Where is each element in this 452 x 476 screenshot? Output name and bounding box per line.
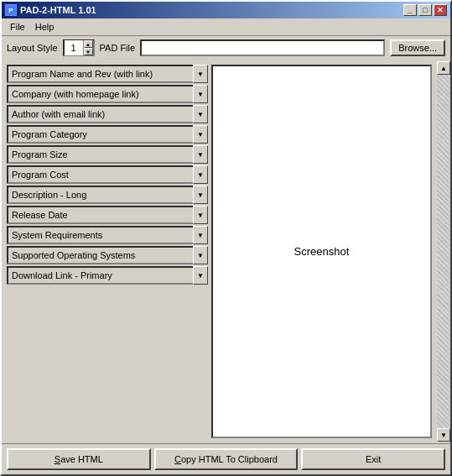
toolbar: Layout Style 1 ▲ ▼ PAD File Browse... bbox=[2, 36, 450, 60]
dropdown-row-2: Author (with email link) ▼ bbox=[7, 105, 208, 123]
dropdown-program-name[interactable]: Program Name and Rev (with link) bbox=[7, 65, 208, 83]
save-html-button[interactable]: Save HTML bbox=[7, 448, 151, 470]
dropdown-row-0: Program Name and Rev (with link) ▼ bbox=[7, 65, 208, 83]
dropdown-row-6: Description - Long ▼ bbox=[7, 186, 208, 204]
dropdown-release-date[interactable]: Release Date bbox=[7, 206, 208, 224]
layout-style-spinner[interactable]: 1 ▲ ▼ bbox=[63, 39, 95, 56]
browse-button[interactable]: Browse... bbox=[390, 39, 445, 56]
dropdown-wrapper-3: Program Category ▼ bbox=[7, 125, 208, 144]
main-content: Program Name and Rev (with link) ▼ Compa… bbox=[2, 61, 437, 442]
title-bar-controls: _ □ ✕ bbox=[403, 4, 447, 16]
dropdown-wrapper-2: Author (with email link) ▼ bbox=[7, 105, 208, 123]
close-button[interactable]: ✕ bbox=[434, 4, 447, 16]
dropdown-wrapper-6: Description - Long ▼ bbox=[7, 186, 208, 204]
dropdown-row-7: Release Date ▼ bbox=[7, 206, 208, 224]
dropdown-wrapper-4: Program Size ▼ bbox=[7, 145, 208, 164]
dropdown-company[interactable]: Company (with homepage link) bbox=[7, 85, 208, 103]
dropdown-download-link[interactable]: Download Link - Primary bbox=[7, 266, 208, 285]
dropdown-wrapper-7: Release Date ▼ bbox=[7, 206, 208, 224]
dropdown-system-requirements[interactable]: System Requirements bbox=[7, 226, 208, 244]
dropdown-author[interactable]: Author (with email link) bbox=[7, 105, 208, 123]
dropdown-size[interactable]: Program Size bbox=[7, 145, 208, 164]
title-bar-left: P PAD-2-HTML 1.01 bbox=[5, 4, 96, 16]
layout-style-input[interactable]: 1 bbox=[65, 40, 83, 55]
dropdown-wrapper-10: Download Link - Primary ▼ bbox=[7, 266, 208, 285]
scroll-track[interactable] bbox=[437, 75, 450, 428]
right-panel: Screenshot bbox=[211, 65, 432, 438]
title-bar: P PAD-2-HTML 1.01 _ □ ✕ bbox=[2, 2, 450, 18]
layout-style-label: Layout Style bbox=[7, 43, 58, 53]
app-icon: P bbox=[5, 4, 17, 16]
copy-html-label: Copy HTML To Clipboard bbox=[174, 454, 278, 464]
spinner-up-button[interactable]: ▲ bbox=[84, 40, 93, 48]
dropdown-row-8: System Requirements ▼ bbox=[7, 226, 208, 244]
copy-html-button[interactable]: Copy HTML To Clipboard bbox=[154, 448, 299, 470]
main-window: P PAD-2-HTML 1.01 _ □ ✕ File Help Layout… bbox=[0, 0, 452, 476]
save-html-label: Save HTML bbox=[55, 454, 103, 464]
menu-bar: File Help bbox=[2, 18, 450, 36]
screenshot-label: Screenshot bbox=[294, 245, 350, 258]
dropdown-wrapper-1: Company (with homepage link) ▼ bbox=[7, 85, 208, 103]
dropdown-row-9: Supported Operating Systems ▼ bbox=[7, 246, 208, 264]
scrollbar: ▲ ▼ bbox=[437, 61, 450, 442]
dropdown-row-1: Company (with homepage link) ▼ bbox=[7, 85, 208, 103]
dropdown-wrapper-5: Program Cost ▼ bbox=[7, 165, 208, 184]
dropdown-wrapper-9: Supported Operating Systems ▼ bbox=[7, 246, 208, 264]
spinner-arrows: ▲ ▼ bbox=[83, 40, 93, 55]
menu-file[interactable]: File bbox=[5, 20, 30, 34]
screenshot-area: Screenshot bbox=[211, 65, 432, 438]
exit-label: Exit bbox=[366, 454, 381, 464]
dropdown-row-5: Program Cost ▼ bbox=[7, 165, 208, 184]
scroll-down-button[interactable]: ▼ bbox=[437, 428, 450, 442]
scroll-up-button[interactable]: ▲ bbox=[437, 61, 450, 75]
dropdown-os[interactable]: Supported Operating Systems bbox=[7, 246, 208, 264]
window-title: PAD-2-HTML 1.01 bbox=[20, 5, 96, 15]
dropdown-description-long[interactable]: Description - Long bbox=[7, 186, 208, 204]
left-panel: Program Name and Rev (with link) ▼ Compa… bbox=[7, 65, 208, 438]
menu-help[interactable]: Help bbox=[30, 20, 60, 34]
dropdown-cost[interactable]: Program Cost bbox=[7, 165, 208, 184]
dropdown-category[interactable]: Program Category bbox=[7, 125, 208, 144]
spinner-down-button[interactable]: ▼ bbox=[84, 48, 93, 55]
dropdown-wrapper-0: Program Name and Rev (with link) ▼ bbox=[7, 65, 208, 83]
dropdown-row-10: Download Link - Primary ▼ bbox=[7, 266, 208, 285]
pad-file-input[interactable] bbox=[140, 39, 385, 56]
dropdown-row-3: Program Category ▼ bbox=[7, 125, 208, 144]
dropdown-row-4: Program Size ▼ bbox=[7, 145, 208, 164]
dropdown-wrapper-8: System Requirements ▼ bbox=[7, 226, 208, 244]
pad-file-label: PAD File bbox=[100, 43, 136, 53]
bottom-bar: Save HTML Copy HTML To Clipboard Exit bbox=[2, 443, 450, 474]
exit-button[interactable]: Exit bbox=[301, 448, 445, 470]
maximize-button[interactable]: □ bbox=[418, 4, 432, 16]
minimize-button[interactable]: _ bbox=[403, 4, 417, 16]
